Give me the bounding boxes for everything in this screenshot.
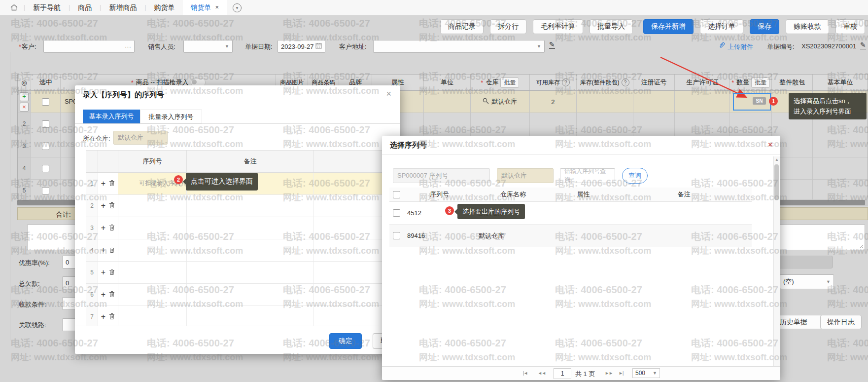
calendar-icon[interactable] bbox=[315, 42, 322, 50]
chevron-down-icon: ▼ bbox=[537, 44, 541, 49]
col-remark: 备注 bbox=[616, 190, 752, 199]
serial-input-cell[interactable] bbox=[118, 239, 187, 261]
help-icon[interactable]: ? bbox=[562, 78, 570, 86]
col-warehouse-name: 仓库名称 bbox=[476, 190, 551, 199]
trash-icon[interactable] bbox=[109, 291, 115, 299]
row-checkbox[interactable] bbox=[42, 165, 49, 172]
scroll-up-icon[interactable]: ▲ bbox=[775, 157, 779, 162]
home-icon[interactable] bbox=[10, 3, 18, 13]
col-license: 生产许可证 bbox=[675, 75, 730, 90]
modal1-close-icon[interactable]: × bbox=[386, 89, 391, 98]
add-serial-icon[interactable]: + bbox=[101, 201, 105, 210]
doc-date-value: 2023-09-27 bbox=[281, 43, 314, 50]
add-serial-icon[interactable]: + bbox=[101, 312, 105, 321]
address-edit-icon[interactable]: ✎ bbox=[549, 41, 555, 49]
operation-log-button[interactable]: 操作日志 bbox=[820, 315, 862, 329]
trash-icon[interactable] bbox=[109, 313, 115, 321]
select-all-checkbox[interactable] bbox=[393, 191, 400, 198]
row-checkbox[interactable] bbox=[42, 143, 49, 150]
lookup-ellipsis-icon[interactable]: ··· bbox=[125, 43, 131, 50]
warehouse-cell[interactable]: 默认仓库 bbox=[471, 91, 530, 113]
tab-guide[interactable]: 新手导航 bbox=[25, 0, 69, 15]
tab-history-icon[interactable]: ▼ bbox=[233, 3, 242, 12]
page-size-select[interactable]: 500 ▼ bbox=[632, 368, 660, 378]
tab-batch-serial[interactable]: 批量录入序列号 bbox=[140, 110, 202, 123]
trash-icon[interactable] bbox=[109, 202, 115, 210]
customer-address-select[interactable]: ▼ bbox=[373, 40, 545, 53]
save-and-new-button[interactable]: 保存并新增 bbox=[643, 19, 694, 34]
empty-select[interactable]: (空) ▼ bbox=[780, 274, 834, 289]
warehouse-batch-button[interactable]: 批量 bbox=[500, 77, 519, 88]
salesperson-label: 销售人员: bbox=[148, 42, 175, 51]
row-checkbox[interactable] bbox=[393, 209, 400, 217]
serial-row-4512[interactable]: 4512 默认仓库 bbox=[389, 202, 752, 225]
modal2-title: 选择序列号 bbox=[390, 141, 427, 150]
row-checkbox[interactable] bbox=[42, 187, 49, 194]
upload-attachment-link[interactable]: 上传附件 bbox=[728, 42, 753, 51]
trash-icon[interactable] bbox=[109, 180, 115, 188]
customer-label: *客户: bbox=[19, 42, 36, 51]
tab-sales-order[interactable]: 销货单 × bbox=[183, 0, 227, 15]
add-serial-icon[interactable]: + bbox=[101, 290, 105, 299]
trash-icon[interactable] bbox=[109, 224, 115, 232]
help-icon[interactable]: ? bbox=[622, 78, 629, 86]
paperclip-icon bbox=[719, 41, 725, 50]
sn-badge[interactable]: SN bbox=[753, 97, 766, 105]
doc-no-edit-icon[interactable]: ✎ bbox=[860, 41, 866, 49]
add-row-icon[interactable]: + bbox=[20, 92, 29, 101]
credit-collect-button[interactable]: 赊账收款 bbox=[786, 19, 829, 34]
gross-margin-button[interactable]: 毛利率计算 bbox=[533, 19, 583, 34]
confirm-button[interactable]: 确定 bbox=[329, 333, 362, 349]
doc-no-value: XS2023092700001 bbox=[801, 42, 856, 50]
prev-page-icon[interactable]: ◄◄ bbox=[538, 371, 546, 376]
tab-new-product[interactable]: 新增商品 bbox=[101, 0, 144, 15]
product-record-button[interactable]: 商品记录 bbox=[440, 19, 484, 34]
gear-icon[interactable]: ◎ bbox=[18, 75, 31, 90]
tab-products[interactable]: 商品 bbox=[70, 0, 100, 15]
delete-row-icon[interactable]: × bbox=[20, 103, 29, 112]
save-button[interactable]: 保存 bbox=[750, 19, 779, 34]
panel-border bbox=[10, 52, 10, 341]
batch-import-button[interactable]: 批量导入 bbox=[590, 19, 633, 34]
serial-input-cell[interactable] bbox=[118, 306, 187, 328]
serial-value: 89416 bbox=[403, 232, 476, 239]
add-serial-icon[interactable]: + bbox=[101, 179, 105, 188]
trash-icon[interactable] bbox=[109, 268, 115, 277]
next-page-icon[interactable]: ►► bbox=[605, 371, 613, 376]
serial-input-cell[interactable] bbox=[118, 195, 187, 217]
select-order-button[interactable]: 选择订单 bbox=[700, 19, 743, 34]
tab-close-icon[interactable]: × bbox=[215, 0, 219, 15]
scrollbar-thumb[interactable] bbox=[774, 164, 779, 200]
row-checkbox[interactable] bbox=[42, 98, 49, 106]
add-serial-icon[interactable]: + bbox=[101, 224, 105, 232]
add-serial-icon[interactable]: + bbox=[101, 268, 105, 277]
page-input[interactable]: 1 bbox=[554, 368, 571, 379]
serial-row-89416[interactable]: 89416 默认仓库 bbox=[389, 225, 752, 247]
customer-input[interactable]: ··· bbox=[43, 40, 135, 53]
search-icon[interactable] bbox=[483, 98, 489, 106]
row-checkbox[interactable] bbox=[42, 120, 49, 128]
add-serial-icon[interactable]: + bbox=[101, 246, 105, 255]
doc-date-input[interactable]: 2023-09-27 bbox=[278, 40, 325, 53]
warehouse-value: 默认仓库 bbox=[476, 231, 551, 240]
qty-batch-button[interactable]: 批量 bbox=[751, 77, 770, 88]
resize-handle-icon[interactable] bbox=[859, 244, 864, 249]
serial-input-cell[interactable] bbox=[118, 262, 187, 283]
split-row-button[interactable]: 拆分行 bbox=[490, 19, 526, 34]
tab-basic-serial[interactable]: 基本录入序列号 bbox=[83, 110, 140, 123]
salesperson-select[interactable]: ▼ bbox=[183, 40, 233, 53]
serial-input-cell[interactable] bbox=[118, 217, 187, 239]
page-total-label: 共 1 页 bbox=[575, 370, 595, 379]
first-page-icon[interactable]: |◄ bbox=[523, 371, 527, 376]
tab-purchase-order[interactable]: 购货单 bbox=[146, 0, 183, 15]
audit-button[interactable]: 审核 bbox=[835, 19, 865, 34]
query-button[interactable]: 查询 bbox=[622, 168, 648, 184]
modal2-close-icon[interactable]: × bbox=[768, 141, 772, 148]
trash-icon[interactable] bbox=[109, 246, 115, 255]
last-page-icon[interactable]: ►| bbox=[619, 371, 623, 376]
row-checkbox[interactable] bbox=[393, 232, 400, 239]
serial-search-input[interactable]: 请输入序列号查询 bbox=[560, 168, 615, 183]
serial-results-table: 序列号 仓库名称 属性 备注 4512 默认仓库 89416 默认仓库 bbox=[389, 188, 752, 247]
serial-input-cell[interactable] bbox=[118, 284, 187, 306]
vertical-scrollbar[interactable]: ▲ bbox=[773, 156, 780, 366]
